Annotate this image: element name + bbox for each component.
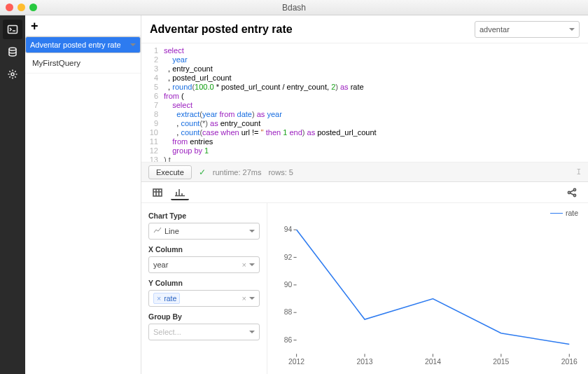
line-chart-icon [153, 226, 162, 236]
rail-settings[interactable] [3, 64, 22, 84]
execute-button[interactable]: Execute [148, 165, 192, 179]
svg-text:88: 88 [284, 308, 293, 316]
bar-chart-icon [175, 187, 185, 197]
group-by-label: Group By [148, 312, 260, 321]
maximize-window-button[interactable] [29, 4, 37, 11]
svg-rect-0 [8, 26, 18, 34]
svg-text:2016: 2016 [561, 358, 578, 366]
y-column-select[interactable]: × rate × [148, 290, 260, 307]
svg-text:92: 92 [284, 254, 293, 261]
rail-datasources[interactable] [3, 42, 22, 62]
y-column-label: Y Column [148, 279, 260, 287]
query-list-item[interactable]: MyFirstQuery [25, 53, 141, 74]
chart-canvas: rate 868890929420122013201420152016 [267, 203, 588, 374]
window-title: Bdash [0, 3, 588, 13]
chart-legend: rate [550, 209, 578, 217]
editor-code[interactable]: select year , entry_count , posted_url_c… [161, 43, 588, 162]
query-title: Adventar posted entry rate [150, 23, 293, 36]
chart-type-label: Chart Type [148, 212, 260, 220]
rows-label: rows: 5 [268, 168, 293, 176]
window-titlebar: Bdash [0, 0, 588, 15]
query-list-item[interactable]: Adventar posted entry rate [25, 36, 141, 53]
chart-svg: 868890929420122013201420152016 [270, 209, 578, 368]
editor-gutter: 1 2 3 4 5 6 7 8 9 10 11 12 13 14 [141, 43, 161, 162]
svg-text:2014: 2014 [425, 358, 441, 366]
status-ok-icon: ✓ [199, 167, 206, 177]
main-pane: Adventar posted entry rate adventar 1 2 … [141, 15, 588, 374]
x-column-select[interactable]: year × [148, 256, 260, 273]
terminal-icon [7, 24, 18, 35]
svg-point-4 [573, 188, 575, 191]
chart-config: Chart Type Line X Column year × Y Column… [141, 203, 267, 374]
gear-icon [7, 69, 18, 80]
svg-text:2013: 2013 [356, 358, 372, 366]
svg-point-6 [573, 194, 575, 196]
query-list-header: + [25, 15, 141, 36]
runtime-label: runtime: 27ms [213, 168, 262, 176]
chart-type-select[interactable]: Line [148, 223, 260, 240]
svg-text:2012: 2012 [288, 358, 304, 366]
y-column-tag[interactable]: × rate [153, 293, 180, 304]
text-cursor-icon: I [576, 167, 581, 176]
left-rail [0, 15, 25, 374]
query-list: + Adventar posted entry rateMyFirstQuery [25, 15, 141, 374]
database-icon [7, 46, 18, 57]
share-button[interactable] [563, 185, 581, 200]
remove-tag-icon[interactable]: × [157, 294, 161, 303]
main-header: Adventar posted entry rate adventar [141, 15, 588, 43]
table-icon [153, 188, 162, 198]
execute-bar: Execute ✓ runtime: 27ms rows: 5 I [141, 162, 588, 182]
x-column-label: X Column [148, 245, 260, 254]
svg-point-2 [11, 73, 14, 76]
chart-area: Chart Type Line X Column year × Y Column… [141, 203, 588, 374]
clear-x-icon[interactable]: × [242, 261, 246, 269]
legend-swatch [550, 213, 563, 214]
svg-text:2015: 2015 [493, 358, 509, 366]
svg-text:86: 86 [284, 336, 293, 344]
add-query-button[interactable]: + [31, 20, 38, 32]
minimize-window-button[interactable] [18, 4, 25, 11]
sql-editor[interactable]: 1 2 3 4 5 6 7 8 9 10 11 12 13 14 select … [141, 43, 588, 162]
datasource-select[interactable]: adventar [475, 21, 580, 38]
svg-point-1 [9, 48, 16, 50]
share-icon [567, 188, 577, 198]
rail-queries[interactable] [3, 20, 22, 39]
close-window-button[interactable] [6, 4, 13, 11]
svg-text:94: 94 [284, 226, 293, 233]
svg-point-5 [568, 191, 570, 193]
view-chart-tab[interactable] [171, 185, 189, 200]
svg-text:90: 90 [284, 281, 293, 289]
legend-label: rate [566, 209, 578, 217]
clear-y-icon[interactable]: × [242, 294, 246, 303]
window-controls [6, 4, 37, 11]
svg-rect-3 [153, 189, 162, 196]
group-by-select[interactable]: Select... [148, 324, 260, 340]
view-table-tab[interactable] [148, 185, 167, 200]
result-view-tabs [141, 182, 588, 203]
